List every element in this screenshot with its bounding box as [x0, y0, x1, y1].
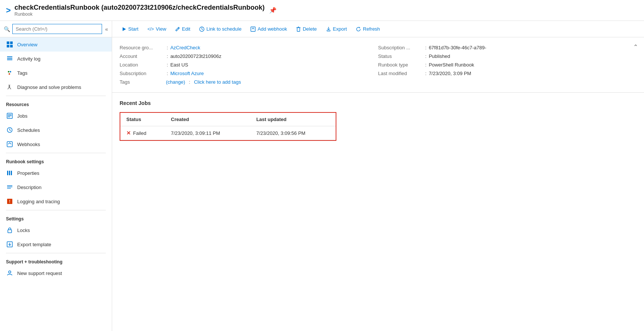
svg-rect-16: [7, 171, 8, 175]
location-row: Location : East US: [120, 61, 378, 69]
page-subtitle: Runbook: [15, 12, 265, 17]
description-icon: [6, 183, 13, 191]
delete-button[interactable]: Delete: [292, 24, 321, 34]
sidebar-item-tags[interactable]: Tags: [0, 66, 112, 80]
sidebar-item-locks-label: Locks: [17, 228, 30, 233]
resources-divider: [6, 96, 106, 96]
svg-rect-24: [8, 230, 12, 233]
table-header-row: Status Created Last updated: [120, 113, 336, 126]
runbook-settings-divider: [6, 153, 106, 153]
sidebar-item-export-template-label: Export template: [17, 242, 51, 247]
refresh-button[interactable]: Refresh: [352, 24, 384, 34]
export-button[interactable]: Export: [322, 24, 351, 34]
job-last-updated-cell: 7/23/2020, 3:09:56 PM: [250, 126, 336, 140]
sidebar-item-diagnose-label: Diagnose and solve problems: [17, 84, 81, 90]
account-row: Account : auto20200723t210906z: [120, 52, 378, 61]
svg-rect-12: [8, 115, 12, 116]
created-column-header: Created: [165, 113, 250, 126]
tags-add-link[interactable]: Click here to add tags: [194, 79, 241, 85]
svg-rect-32: [297, 28, 300, 31]
recent-jobs-section: Recent Jobs Status Created Last updated: [112, 93, 644, 331]
resource-group-value[interactable]: AzCredCheck: [170, 45, 200, 50]
svg-rect-2: [7, 45, 9, 47]
last-updated-column-header: Last updated: [250, 113, 336, 126]
svg-point-7: [8, 71, 9, 72]
sidebar-item-properties[interactable]: Properties: [0, 166, 112, 180]
start-button[interactable]: Start: [118, 24, 142, 34]
job-status-value: Failed: [133, 130, 146, 136]
subscription-id-row: Subscription ... : 67f81d7b-30fe-46c7-a7…: [378, 43, 637, 52]
last-modified-row: Last modified : 7/23/2020, 3:09 PM: [378, 69, 637, 78]
schedules-icon: [6, 126, 13, 134]
svg-rect-21: [7, 188, 11, 189]
delete-icon: [296, 27, 301, 32]
add-webhook-icon: [250, 27, 256, 32]
resources-section-label: Resources: [0, 98, 112, 109]
svg-rect-20: [7, 187, 12, 188]
activity-log-icon: [6, 55, 13, 62]
account-value: auto20200723t210906z: [170, 53, 222, 59]
search-input[interactable]: [12, 24, 102, 34]
support-section-label: Support + troubleshooting: [0, 255, 112, 266]
svg-rect-31: [251, 27, 255, 31]
sidebar-item-schedules[interactable]: Schedules: [0, 123, 112, 137]
svg-point-9: [9, 73, 10, 75]
properties-icon: [6, 169, 13, 177]
last-modified-value: 7/23/2020, 3:09 PM: [429, 71, 471, 76]
sidebar-item-locks[interactable]: Locks: [0, 223, 112, 237]
export-template-icon: [6, 241, 13, 248]
sidebar-item-tags-label: Tags: [17, 70, 27, 76]
sidebar-item-export-template[interactable]: Export template: [0, 237, 112, 251]
table-row[interactable]: ✕ Failed 7/23/2020, 3:09:11 PM 7/23/2020…: [120, 126, 336, 140]
subscription-id-label: Subscription ...: [378, 45, 423, 50]
add-webhook-button[interactable]: Add webhook: [247, 24, 291, 34]
page-title: checkCredentialsRunbook (auto20200723t21…: [15, 4, 265, 12]
edit-button[interactable]: Edit: [172, 24, 194, 34]
logging-icon: !: [6, 198, 13, 205]
refresh-icon: [356, 27, 361, 32]
sidebar-item-new-support[interactable]: New support request: [0, 266, 112, 280]
edit-icon: [175, 27, 180, 31]
sidebar-item-logging[interactable]: ! Logging and tracing: [0, 194, 112, 208]
link-schedule-button[interactable]: Link to schedule: [195, 24, 245, 34]
locks-icon: [6, 226, 13, 234]
status-value: Published: [429, 53, 450, 59]
jobs-table-container: Status Created Last updated ✕ Failed: [120, 112, 336, 141]
subscription-value[interactable]: Microsoft Azure: [170, 71, 204, 76]
tags-icon: [6, 69, 13, 77]
page-header: > checkCredentialsRunbook (auto20200723t…: [0, 0, 644, 21]
account-label: Account: [120, 53, 164, 59]
sidebar-item-description-label: Description: [17, 185, 41, 190]
link-schedule-icon: [199, 27, 204, 32]
content-area: Start </> View Edit Link to schedule Add…: [112, 21, 644, 331]
svg-rect-4: [7, 56, 12, 57]
toolbar: Start </> View Edit Link to schedule Add…: [112, 21, 644, 37]
subscription-row: Subscription : Microsoft Azure: [120, 69, 378, 78]
sidebar-item-overview[interactable]: Overview: [0, 37, 112, 52]
support-divider: [6, 253, 106, 253]
properties-section: Resource gro... : AzCredCheck Account : …: [112, 37, 644, 93]
view-icon: </>: [147, 27, 154, 32]
svg-rect-3: [10, 45, 13, 47]
collapse-sidebar-button[interactable]: «: [105, 26, 108, 32]
sidebar-item-logging-label: Logging and tracing: [17, 199, 60, 204]
location-value: East US: [170, 62, 188, 68]
sidebar-item-webhooks[interactable]: Webhooks: [0, 137, 112, 151]
jobs-table: Status Created Last updated ✕ Failed: [120, 113, 336, 140]
webhooks-icon: [6, 140, 13, 148]
svg-rect-5: [7, 58, 12, 59]
view-button[interactable]: </> View: [144, 24, 170, 34]
sidebar-item-diagnose[interactable]: Diagnose and solve problems: [0, 80, 112, 94]
subscription-label: Subscription: [120, 71, 164, 76]
pin-icon[interactable]: 📌: [269, 7, 277, 14]
sidebar-item-jobs[interactable]: Jobs: [0, 109, 112, 123]
svg-rect-18: [11, 171, 12, 175]
sidebar-item-description[interactable]: Description: [0, 180, 112, 194]
sidebar-item-activity-log-label: Activity log: [17, 56, 40, 62]
tags-change-link[interactable]: (change): [166, 79, 185, 85]
svg-point-27: [9, 271, 11, 273]
svg-point-8: [10, 71, 11, 72]
sidebar-item-activity-log[interactable]: Activity log: [0, 52, 112, 66]
collapse-properties-button[interactable]: ⌃: [633, 43, 638, 50]
export-icon: [326, 27, 331, 32]
